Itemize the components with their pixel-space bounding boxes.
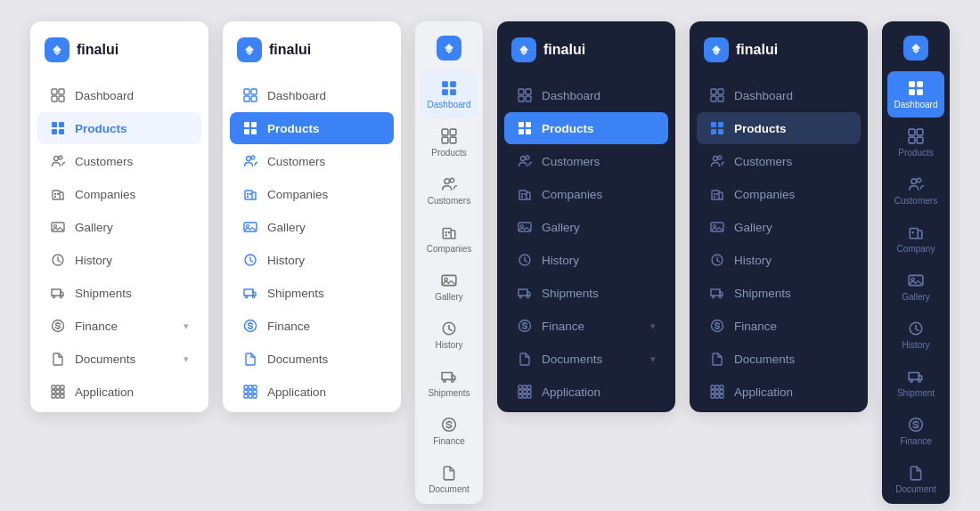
nav-item-dashboard-2[interactable]: Dashboard [230,79,394,111]
nav-item-gallery-4[interactable]: Gallery [504,211,668,243]
icon-nav-document[interactable]: Document [421,456,478,502]
svg-point-95 [519,296,521,297]
icon-nav-shipment-dark[interactable]: Shipment [887,360,944,406]
icon-nav-customers-dark[interactable]: Customers [887,167,944,214]
nav-item-dashboard[interactable]: Dashboard [37,79,201,111]
finance-label-2: Finance [267,320,381,333]
icon-nav-history[interactable]: History [421,312,478,358]
icon-gallery-label-dark: Gallery [902,292,930,303]
icon-nav-customers[interactable]: Customers [421,167,478,214]
nav-item-history-5[interactable]: History [697,244,861,276]
logo-icon-4 [511,37,536,62]
products-icon [50,120,66,136]
nav-item-documents-2[interactable]: Documents [230,343,394,375]
svg-rect-138 [909,89,915,95]
nav-item-application-2[interactable]: Application [230,376,394,408]
nav-item-history-4[interactable]: History [504,244,668,276]
logo-icon-only-3 [415,21,483,69]
nav-item-products-2[interactable]: Products [230,112,394,144]
documents-label-5: Documents [734,353,848,366]
icon-document-label: Document [429,484,470,495]
nav-item-shipments[interactable]: Shipments [37,277,201,309]
nav-item-finance-4[interactable]: Finance ▾ [504,310,668,342]
svg-rect-23 [52,390,55,393]
nav-item-dashboard-5[interactable]: Dashboard [697,79,861,111]
svg-point-116 [718,156,722,159]
icon-nav-shipments[interactable]: Shipments [421,360,478,406]
finance-icon [50,318,66,334]
dashboard-label: Dashboard [75,89,189,102]
svg-point-96 [527,296,528,297]
sidebar-light-blue: finalui Dashboard Products Customers Com… [223,21,401,412]
icon-nav-finance-dark[interactable]: Finance [887,408,944,454]
nav-item-companies-2[interactable]: Companies [230,178,394,210]
nav-item-finance-2[interactable]: Finance [230,310,394,342]
gallery-label-4: Gallery [542,221,656,234]
nav-item-products-4[interactable]: Products [504,112,668,144]
nav-item-application[interactable]: Application [37,376,201,408]
icon-nav-products[interactable]: Products [421,119,478,166]
nav-item-finance[interactable]: Finance ▾ [37,310,201,342]
icon-nav-dashboard[interactable]: Dashboard [421,71,478,118]
nav-item-gallery-5[interactable]: Gallery [697,211,861,243]
gallery-label: Gallery [75,221,189,234]
nav-item-companies-4[interactable]: Companies [504,178,668,210]
shipments-icon [50,285,66,301]
icon-nav-finance[interactable]: Finance [421,408,478,454]
nav-item-documents-5[interactable]: Documents [697,343,861,375]
application-icon [50,384,66,400]
nav-item-products[interactable]: Products [37,112,201,144]
svg-rect-26 [52,394,55,398]
svg-rect-36 [251,129,257,134]
svg-rect-85 [526,129,531,134]
svg-rect-39 [245,191,252,199]
nav-item-application-4[interactable]: Application [504,376,668,408]
svg-rect-56 [249,394,252,398]
nav-item-finance-5[interactable]: Finance [697,310,861,342]
nav-item-gallery[interactable]: Gallery [37,211,201,243]
logo-area-4: finalui [497,21,675,75]
history-icon-4 [517,252,533,268]
icon-nav-companies[interactable]: Companies [421,215,478,262]
companies-icon [50,186,66,202]
svg-point-144 [911,179,917,184]
svg-rect-31 [244,96,249,101]
nav-item-customers-2[interactable]: Customers [230,145,394,177]
icon-nav-document-dark[interactable]: Document [887,456,944,502]
nav-item-dashboard-4[interactable]: Dashboard [504,79,668,111]
icon-nav-gallery-dark[interactable]: Gallery [887,264,944,310]
svg-rect-117 [712,191,719,199]
svg-point-9 [59,156,62,159]
svg-rect-30 [251,89,257,94]
icon-nav-company-dark[interactable]: Company [887,215,944,262]
products-icon-2 [242,120,258,136]
companies-icon-2 [242,186,258,202]
dashboard-icon-2 [242,87,258,103]
nav-item-products-5[interactable]: Products [697,112,861,144]
nav-item-companies[interactable]: Companies [37,178,201,210]
nav-item-application-5[interactable]: Application [697,376,861,408]
nav-item-gallery-2[interactable]: Gallery [230,211,394,243]
nav-item-shipments-2[interactable]: Shipments [230,277,394,309]
nav-item-customers[interactable]: Customers [37,145,201,177]
products-label: Products [75,122,189,135]
dashboard-label-5: Dashboard [734,89,848,102]
icon-nav-products-dark[interactable]: Products [887,119,944,166]
svg-rect-70 [448,231,450,233]
svg-rect-5 [59,122,64,127]
nav-item-customers-4[interactable]: Customers [504,145,668,177]
icon-nav-dashboard-dark[interactable]: Dashboard [887,71,944,118]
icon-nav-gallery[interactable]: Gallery [421,264,478,310]
nav-item-customers-5[interactable]: Customers [697,145,861,177]
svg-rect-32 [251,96,257,101]
nav-item-documents[interactable]: Documents ▾ [37,343,201,375]
nav-item-history-2[interactable]: History [230,244,394,276]
nav-item-history[interactable]: History [37,244,201,276]
logo-icon-6 [903,36,928,61]
nav-item-shipments-5[interactable]: Shipments [697,277,861,309]
icon-nav-history-dark[interactable]: History [887,312,944,358]
logo-icon-2 [237,37,262,62]
nav-item-companies-5[interactable]: Companies [697,178,861,210]
nav-item-shipments-4[interactable]: Shipments [504,277,668,309]
nav-item-documents-4[interactable]: Documents ▾ [504,343,668,375]
